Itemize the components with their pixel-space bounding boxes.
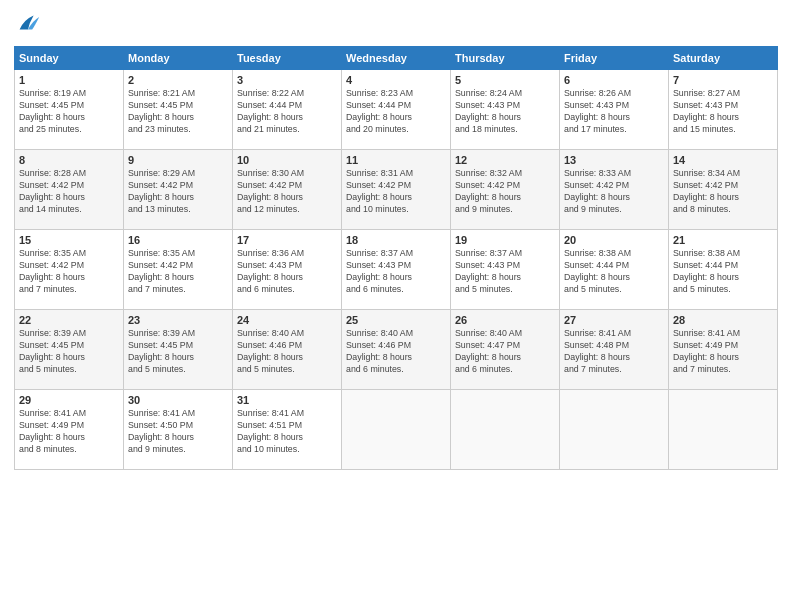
- day-info: Sunrise: 8:40 AM Sunset: 4:46 PM Dayligh…: [237, 328, 337, 376]
- day-cell: 12Sunrise: 8:32 AM Sunset: 4:42 PM Dayli…: [451, 150, 560, 230]
- day-number: 11: [346, 154, 446, 166]
- day-cell: 6Sunrise: 8:26 AM Sunset: 4:43 PM Daylig…: [560, 70, 669, 150]
- day-cell: 22Sunrise: 8:39 AM Sunset: 4:45 PM Dayli…: [15, 310, 124, 390]
- day-info: Sunrise: 8:24 AM Sunset: 4:43 PM Dayligh…: [455, 88, 555, 136]
- day-number: 16: [128, 234, 228, 246]
- day-cell: 20Sunrise: 8:38 AM Sunset: 4:44 PM Dayli…: [560, 230, 669, 310]
- day-info: Sunrise: 8:37 AM Sunset: 4:43 PM Dayligh…: [455, 248, 555, 296]
- day-number: 5: [455, 74, 555, 86]
- day-number: 2: [128, 74, 228, 86]
- day-cell: 24Sunrise: 8:40 AM Sunset: 4:46 PM Dayli…: [233, 310, 342, 390]
- day-cell: 16Sunrise: 8:35 AM Sunset: 4:42 PM Dayli…: [124, 230, 233, 310]
- day-info: Sunrise: 8:27 AM Sunset: 4:43 PM Dayligh…: [673, 88, 773, 136]
- day-info: Sunrise: 8:23 AM Sunset: 4:44 PM Dayligh…: [346, 88, 446, 136]
- day-cell: 8Sunrise: 8:28 AM Sunset: 4:42 PM Daylig…: [15, 150, 124, 230]
- day-number: 28: [673, 314, 773, 326]
- day-number: 10: [237, 154, 337, 166]
- calendar-container: SundayMondayTuesdayWednesdayThursdayFrid…: [0, 0, 792, 612]
- header: [14, 10, 778, 38]
- day-cell: 26Sunrise: 8:40 AM Sunset: 4:47 PM Dayli…: [451, 310, 560, 390]
- day-info: Sunrise: 8:31 AM Sunset: 4:42 PM Dayligh…: [346, 168, 446, 216]
- day-number: 20: [564, 234, 664, 246]
- day-cell: 29Sunrise: 8:41 AM Sunset: 4:49 PM Dayli…: [15, 390, 124, 470]
- day-cell: 5Sunrise: 8:24 AM Sunset: 4:43 PM Daylig…: [451, 70, 560, 150]
- calendar-header-row: SundayMondayTuesdayWednesdayThursdayFrid…: [15, 47, 778, 70]
- day-info: Sunrise: 8:21 AM Sunset: 4:45 PM Dayligh…: [128, 88, 228, 136]
- day-number: 31: [237, 394, 337, 406]
- header-cell-tuesday: Tuesday: [233, 47, 342, 70]
- day-info: Sunrise: 8:38 AM Sunset: 4:44 PM Dayligh…: [673, 248, 773, 296]
- header-cell-monday: Monday: [124, 47, 233, 70]
- day-number: 18: [346, 234, 446, 246]
- day-number: 23: [128, 314, 228, 326]
- calendar-body: 1Sunrise: 8:19 AM Sunset: 4:45 PM Daylig…: [15, 70, 778, 470]
- day-number: 30: [128, 394, 228, 406]
- day-number: 15: [19, 234, 119, 246]
- header-cell-saturday: Saturday: [669, 47, 778, 70]
- day-cell: 21Sunrise: 8:38 AM Sunset: 4:44 PM Dayli…: [669, 230, 778, 310]
- day-number: 24: [237, 314, 337, 326]
- day-cell: 25Sunrise: 8:40 AM Sunset: 4:46 PM Dayli…: [342, 310, 451, 390]
- day-cell: 3Sunrise: 8:22 AM Sunset: 4:44 PM Daylig…: [233, 70, 342, 150]
- day-cell: 7Sunrise: 8:27 AM Sunset: 4:43 PM Daylig…: [669, 70, 778, 150]
- day-number: 27: [564, 314, 664, 326]
- day-info: Sunrise: 8:38 AM Sunset: 4:44 PM Dayligh…: [564, 248, 664, 296]
- day-number: 26: [455, 314, 555, 326]
- day-cell: 23Sunrise: 8:39 AM Sunset: 4:45 PM Dayli…: [124, 310, 233, 390]
- day-number: 7: [673, 74, 773, 86]
- day-info: Sunrise: 8:28 AM Sunset: 4:42 PM Dayligh…: [19, 168, 119, 216]
- day-cell: [342, 390, 451, 470]
- week-row-0: 1Sunrise: 8:19 AM Sunset: 4:45 PM Daylig…: [15, 70, 778, 150]
- day-info: Sunrise: 8:35 AM Sunset: 4:42 PM Dayligh…: [19, 248, 119, 296]
- day-info: Sunrise: 8:37 AM Sunset: 4:43 PM Dayligh…: [346, 248, 446, 296]
- day-cell: 9Sunrise: 8:29 AM Sunset: 4:42 PM Daylig…: [124, 150, 233, 230]
- day-info: Sunrise: 8:41 AM Sunset: 4:49 PM Dayligh…: [19, 408, 119, 456]
- day-cell: 10Sunrise: 8:30 AM Sunset: 4:42 PM Dayli…: [233, 150, 342, 230]
- day-cell: 14Sunrise: 8:34 AM Sunset: 4:42 PM Dayli…: [669, 150, 778, 230]
- day-cell: 13Sunrise: 8:33 AM Sunset: 4:42 PM Dayli…: [560, 150, 669, 230]
- day-number: 1: [19, 74, 119, 86]
- day-info: Sunrise: 8:33 AM Sunset: 4:42 PM Dayligh…: [564, 168, 664, 216]
- week-row-3: 22Sunrise: 8:39 AM Sunset: 4:45 PM Dayli…: [15, 310, 778, 390]
- day-info: Sunrise: 8:41 AM Sunset: 4:51 PM Dayligh…: [237, 408, 337, 456]
- day-info: Sunrise: 8:30 AM Sunset: 4:42 PM Dayligh…: [237, 168, 337, 216]
- day-cell: 4Sunrise: 8:23 AM Sunset: 4:44 PM Daylig…: [342, 70, 451, 150]
- day-number: 3: [237, 74, 337, 86]
- day-cell: 19Sunrise: 8:37 AM Sunset: 4:43 PM Dayli…: [451, 230, 560, 310]
- day-info: Sunrise: 8:40 AM Sunset: 4:46 PM Dayligh…: [346, 328, 446, 376]
- day-number: 17: [237, 234, 337, 246]
- week-row-2: 15Sunrise: 8:35 AM Sunset: 4:42 PM Dayli…: [15, 230, 778, 310]
- day-cell: 1Sunrise: 8:19 AM Sunset: 4:45 PM Daylig…: [15, 70, 124, 150]
- day-cell: 28Sunrise: 8:41 AM Sunset: 4:49 PM Dayli…: [669, 310, 778, 390]
- day-cell: 2Sunrise: 8:21 AM Sunset: 4:45 PM Daylig…: [124, 70, 233, 150]
- calendar-table: SundayMondayTuesdayWednesdayThursdayFrid…: [14, 46, 778, 470]
- header-cell-friday: Friday: [560, 47, 669, 70]
- header-cell-wednesday: Wednesday: [342, 47, 451, 70]
- day-info: Sunrise: 8:22 AM Sunset: 4:44 PM Dayligh…: [237, 88, 337, 136]
- week-row-1: 8Sunrise: 8:28 AM Sunset: 4:42 PM Daylig…: [15, 150, 778, 230]
- day-info: Sunrise: 8:19 AM Sunset: 4:45 PM Dayligh…: [19, 88, 119, 136]
- day-info: Sunrise: 8:41 AM Sunset: 4:50 PM Dayligh…: [128, 408, 228, 456]
- day-cell: 30Sunrise: 8:41 AM Sunset: 4:50 PM Dayli…: [124, 390, 233, 470]
- day-number: 29: [19, 394, 119, 406]
- day-info: Sunrise: 8:41 AM Sunset: 4:48 PM Dayligh…: [564, 328, 664, 376]
- day-number: 4: [346, 74, 446, 86]
- day-number: 13: [564, 154, 664, 166]
- day-info: Sunrise: 8:26 AM Sunset: 4:43 PM Dayligh…: [564, 88, 664, 136]
- day-number: 8: [19, 154, 119, 166]
- day-info: Sunrise: 8:32 AM Sunset: 4:42 PM Dayligh…: [455, 168, 555, 216]
- day-number: 19: [455, 234, 555, 246]
- day-info: Sunrise: 8:39 AM Sunset: 4:45 PM Dayligh…: [128, 328, 228, 376]
- day-number: 22: [19, 314, 119, 326]
- day-number: 21: [673, 234, 773, 246]
- day-info: Sunrise: 8:29 AM Sunset: 4:42 PM Dayligh…: [128, 168, 228, 216]
- day-info: Sunrise: 8:40 AM Sunset: 4:47 PM Dayligh…: [455, 328, 555, 376]
- day-cell: 15Sunrise: 8:35 AM Sunset: 4:42 PM Dayli…: [15, 230, 124, 310]
- day-cell: 17Sunrise: 8:36 AM Sunset: 4:43 PM Dayli…: [233, 230, 342, 310]
- day-number: 9: [128, 154, 228, 166]
- day-info: Sunrise: 8:36 AM Sunset: 4:43 PM Dayligh…: [237, 248, 337, 296]
- day-number: 25: [346, 314, 446, 326]
- logo: [14, 10, 44, 38]
- week-row-4: 29Sunrise: 8:41 AM Sunset: 4:49 PM Dayli…: [15, 390, 778, 470]
- day-cell: 11Sunrise: 8:31 AM Sunset: 4:42 PM Dayli…: [342, 150, 451, 230]
